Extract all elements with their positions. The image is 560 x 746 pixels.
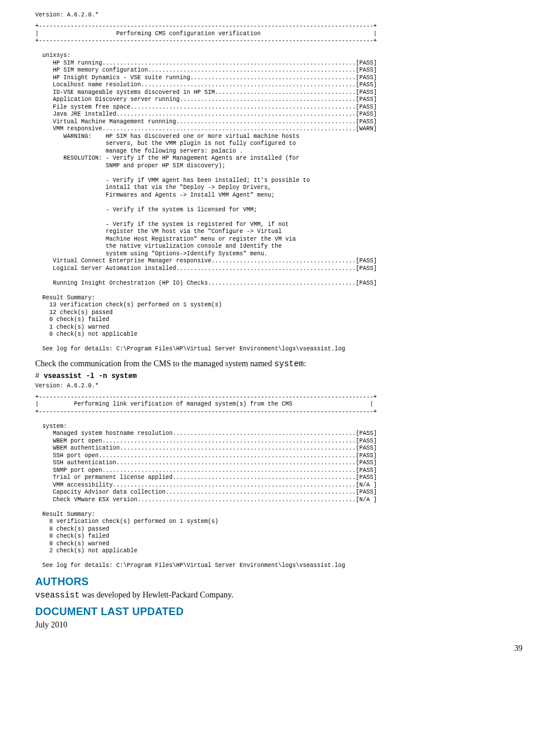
authors-heading: AUTHORS xyxy=(35,576,525,588)
authors-paragraph: vseassist was developed by Hewlett-Packa… xyxy=(35,590,525,600)
body-paragraph-1: Check the communication from the CMS to … xyxy=(35,359,525,369)
authors-code: vseassist xyxy=(35,590,80,600)
page-number: 39 xyxy=(35,644,525,653)
version-line-2: Version: A.6.2.0.* xyxy=(35,383,525,389)
body-text-1-post: : xyxy=(304,359,306,368)
body-text-1-pre: Check the communication from the CMS to … xyxy=(35,359,274,368)
updated-text: July 2010 xyxy=(35,620,525,630)
updated-heading: DOCUMENT LAST UPDATED xyxy=(35,606,525,618)
command-prompt: # xyxy=(35,372,43,380)
terminal-output-2: +---------------------------------------… xyxy=(35,394,525,570)
version-line-1: Version: A.6.2.0.* xyxy=(35,12,525,18)
authors-text: was developed by Hewlett-Packard Company… xyxy=(80,590,234,599)
command-text: vseassist -l -n system xyxy=(43,372,136,380)
command-line: # vseassist -l -n system xyxy=(35,372,525,380)
inline-code-system: system xyxy=(274,359,303,369)
terminal-output-1: +---------------------------------------… xyxy=(35,23,525,353)
